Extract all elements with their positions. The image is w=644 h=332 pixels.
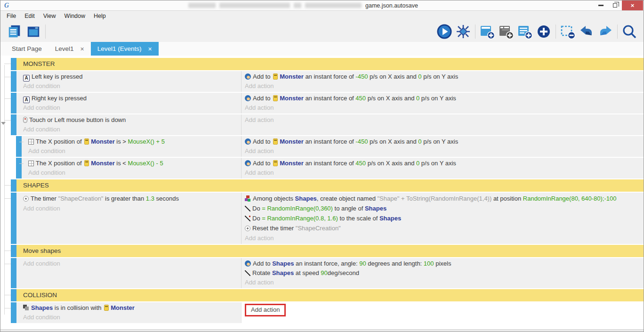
close-button[interactable]: × [622,0,643,10]
restore-button[interactable] [608,0,622,10]
event-selection-bar[interactable] [11,193,16,244]
row-gutter [0,302,11,323]
text-segment: Reset the timer [252,225,296,232]
event-selection-bar[interactable] [11,289,16,301]
mouse-icon [23,117,27,123]
tab-level1-events[interactable]: Level1 (Events) × [91,42,159,56]
text-segment: Monster [280,160,304,167]
event-selection-bar[interactable] [11,302,16,323]
add-action-placeholder[interactable]: Add action [245,278,644,287]
condition-line[interactable]: The timer "ShapeCreation" is greater tha… [23,194,241,203]
tab-close-icon[interactable]: × [80,45,84,53]
event-selection-bar[interactable] [11,58,16,70]
remove-event-button[interactable] [558,22,577,41]
text-segment: at speed [294,269,321,276]
group-header-shapes[interactable]: SHAPES [16,179,644,192]
event-selection-bar[interactable] [16,158,22,178]
collapse-arrow-icon[interactable] [1,122,6,125]
event-selection-bar[interactable] [11,258,16,288]
redacted-title-block [305,3,362,8]
text-segment: Do [252,215,262,222]
add-action-placeholder[interactable]: Add action [245,115,644,125]
menu-file[interactable]: File [2,11,20,21]
event-selection-bar[interactable] [11,71,16,92]
row-gutter [0,193,11,244]
project-manager-button[interactable] [5,22,24,41]
add-condition-placeholder[interactable]: Add condition [23,259,241,268]
action-line[interactable]: Add to Monster an instant force of 450 p… [245,94,644,103]
add-condition-placeholder[interactable]: Add condition [23,203,241,213]
events-sheet: MONSTER ALeft key is pressed Add conditi… [0,56,644,332]
minimize-button[interactable] [594,0,608,10]
group-header-move-shapes[interactable]: Move shapes [16,245,644,257]
condition-line[interactable]: The X position of Monster is < MouseX() … [28,159,241,168]
action-line[interactable]: Among objects Shapes, create object name… [245,194,644,203]
action-line[interactable]: Add to Monster an instant force of -450 … [245,137,644,146]
condition-line[interactable]: ALeft key is pressed [23,72,241,81]
text-segment: 100 [424,260,434,267]
action-line[interactable]: Do = RandomInRange(0.8, 1.6) to the scal… [245,213,644,223]
add-condition-placeholder[interactable]: Add condition [23,125,241,134]
add-action-placeholder[interactable]: Add action [245,146,644,156]
group-header-collision[interactable]: COLLISION [16,289,644,301]
text-segment: Shapes [272,269,294,276]
action-line[interactable]: Rotate Shapes at speed 90deg/second [245,268,644,278]
add-condition-placeholder[interactable]: Add condition [23,313,241,322]
text-segment: seconds [154,195,179,202]
text-segment: deg/second [328,269,359,276]
condition-line[interactable]: Touch or Left mouse button is down [23,115,241,125]
condition-line[interactable]: The X position of Monster is > MouseX() … [28,137,241,146]
event-selection-bar[interactable] [16,136,22,157]
event-selection-bar[interactable] [11,179,16,192]
text-segment: MouseX() - 5 [128,160,163,167]
row-gutter [0,58,11,70]
menu-window[interactable]: Window [60,11,89,21]
action-line[interactable]: Add to Monster an instant force of 450 p… [245,159,644,168]
window-title-text: game.json.autosave [365,2,418,9]
event-selection-bar[interactable] [11,93,16,113]
action-line[interactable]: Do = RandomInRange(0,360) to angle of Sh… [245,203,644,213]
force-icon [245,138,251,145]
monster-chip-icon [84,138,89,145]
add-circle-button[interactable] [534,22,553,41]
add-action-placeholder[interactable]: Add action [245,103,644,113]
tab-level1[interactable]: Level1 × [48,42,91,56]
tab-start-page[interactable]: Start Page [5,42,48,56]
undo-button[interactable] [577,22,596,41]
preview-play-button[interactable] [435,22,454,41]
add-action-placeholder[interactable]: Add action [245,168,644,178]
add-comment-button[interactable] [515,22,534,41]
menu-help[interactable]: Help [89,11,110,21]
action-line[interactable]: Add to Monster an instant force of -450 … [245,72,644,81]
condition-line[interactable]: ARight key is pressed [23,94,241,103]
search-button[interactable] [620,22,639,41]
action-line[interactable]: Reset the timer "ShapeCreation" [245,223,644,233]
add-action-placeholder[interactable]: Add action [245,81,644,91]
event-selection-bar[interactable] [11,114,16,135]
text-segment: 450 [355,95,366,102]
group-row-collision: COLLISION [0,289,644,301]
tab-close-icon[interactable]: × [148,45,152,53]
monster-chip-icon [273,160,278,166]
text-segment: 0 [418,138,421,145]
editors-button[interactable] [24,22,43,41]
add-condition-placeholder[interactable]: Add condition [23,103,241,113]
redo-button[interactable] [596,22,615,41]
add-condition-placeholder[interactable]: Add condition [28,146,241,156]
add-action-highlighted[interactable]: Add action [245,304,286,316]
add-action-placeholder[interactable]: Add action [245,233,644,243]
add-event-button[interactable] [478,22,497,41]
text-segment: Shapes [295,195,317,202]
condition-line[interactable]: Shapes is in collision with Monster [23,303,241,313]
add-condition-placeholder[interactable]: Add condition [28,168,241,178]
event-selection-bar[interactable] [11,245,16,257]
menu-edit[interactable]: Edit [20,11,39,21]
debug-button[interactable] [454,22,473,41]
force-icon [245,95,251,101]
add-subevent-button[interactable] [497,22,515,41]
group-header-monster[interactable]: MONSTER [16,58,644,70]
action-line[interactable]: Add to Shapes an instant force, angle: 9… [245,259,644,268]
add-condition-placeholder[interactable]: Add condition [23,81,241,91]
menu-view[interactable]: View [39,11,60,21]
text-segment: Add to [253,160,272,167]
